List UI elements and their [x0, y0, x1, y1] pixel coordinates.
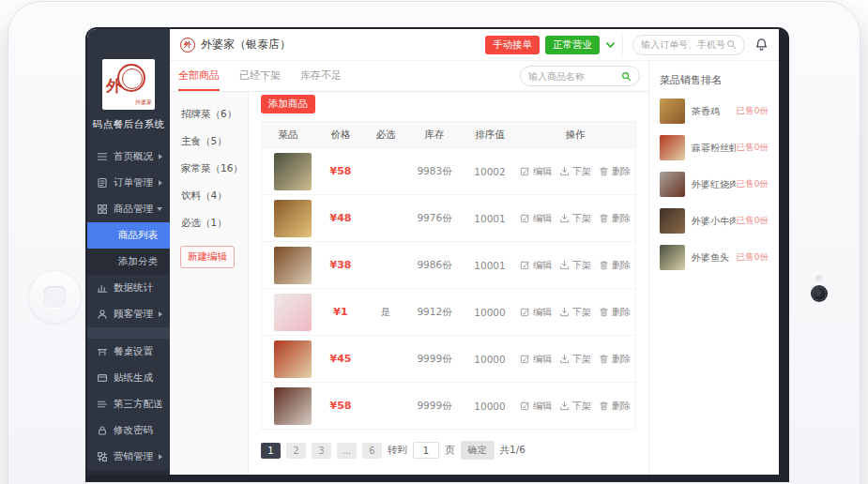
column-header: 操作 — [515, 129, 635, 142]
edit-icon — [520, 354, 531, 365]
sidebar-item-orders[interactable]: 订单管理 — [87, 170, 170, 196]
sidebar-item-add-category[interactable]: 添加分类 — [87, 249, 170, 275]
add-product-button[interactable]: 添加商品 — [261, 95, 315, 113]
edit-button[interactable]: 编辑 — [520, 353, 552, 366]
tab-2[interactable]: 库存不足 — [300, 61, 342, 91]
action-label: 下架 — [572, 212, 591, 225]
confirm-button[interactable]: 确定 — [461, 441, 495, 460]
edit-button[interactable]: 编辑 — [520, 400, 552, 413]
sidebar-item-tables[interactable]: 餐桌设置 — [87, 339, 170, 365]
action-label: 编辑 — [533, 165, 552, 178]
ranking-item: 外婆鱼头已售0份 — [660, 245, 769, 270]
ranking-dish-photo — [660, 172, 685, 197]
tabs-list: 全部商品已经下架库存不足 — [178, 61, 361, 91]
sidebar-item-goods[interactable]: 商品管理 — [87, 196, 170, 222]
page-button-6[interactable]: 6 — [362, 443, 382, 459]
dish-photo — [274, 153, 312, 190]
store-logo-icon: 外 — [180, 38, 195, 53]
category-item[interactable]: 必选（1） — [170, 209, 248, 236]
stats-icon — [97, 282, 108, 294]
dish-stock: 9912份 — [404, 306, 464, 319]
search-icon[interactable] — [726, 36, 737, 53]
category-item[interactable]: 饮料（4） — [170, 182, 248, 209]
category-item[interactable]: 招牌菜（6） — [170, 100, 248, 128]
app-window: 外 外婆家 码点餐后台系统 首页概况订单管理商品管理商品列表添加分类数据统计顾客… — [87, 29, 779, 475]
sidebar-item-goods-list[interactable]: 商品列表 — [87, 222, 170, 249]
ranking-list: 茶香鸡已售0份蒜蓉粉丝虾已售0份外婆红烧肉已售0份外婆小牛肉已售0份外婆鱼头已售… — [660, 98, 769, 270]
screen: 外 外婆家 码点餐后台系统 首页概况订单管理商品管理商品列表添加分类数据统计顾客… — [85, 27, 789, 482]
off-shelf-button[interactable]: 下架 — [559, 353, 591, 366]
sidebar-item-label: 餐桌设置 — [114, 345, 162, 358]
dish-stock: 9976份 — [404, 212, 464, 225]
offshelf-icon — [559, 354, 571, 365]
off-shelf-button[interactable]: 下架 — [559, 306, 591, 319]
dish-sort-value: 10001 — [464, 260, 515, 271]
delete-button[interactable]: 删除 — [599, 165, 631, 178]
delete-button[interactable]: 删除 — [599, 259, 631, 272]
dish-stock: 9999份 — [404, 400, 464, 413]
sidebar: 外 外婆家 码点餐后台系统 首页概况订单管理商品管理商品列表添加分类数据统计顾客… — [87, 29, 170, 475]
edit-icon — [520, 307, 531, 318]
sidebar-item-stickers[interactable]: 贴纸生成 — [87, 365, 170, 391]
store-name: 外婆家（银泰店） — [201, 37, 291, 53]
page-summary: 共1/6 — [500, 444, 525, 457]
home-button[interactable] — [28, 270, 82, 324]
offshelf-icon — [559, 260, 571, 271]
offshelf-icon — [559, 166, 571, 177]
page-button-1[interactable]: 1 — [261, 443, 281, 459]
business-status-button[interactable]: 正常营业 — [545, 36, 600, 54]
ranking-dish-photo — [660, 98, 685, 124]
delete-icon — [599, 166, 610, 177]
delete-button[interactable]: 删除 — [599, 400, 631, 413]
bell-icon[interactable] — [754, 38, 769, 52]
order-search-input[interactable] — [641, 39, 726, 50]
sidebar-item-customers[interactable]: 顾客管理 — [87, 301, 170, 327]
edit-button[interactable]: 编辑 — [520, 259, 552, 272]
sidebar-item-home[interactable]: 首页概况 — [87, 144, 170, 170]
edit-button[interactable]: 编辑 — [520, 306, 552, 319]
orders-icon — [97, 177, 108, 189]
off-shelf-button[interactable]: 下架 — [559, 165, 591, 178]
sidebar-item-password[interactable]: 修改密码 — [87, 417, 170, 444]
category-panel: 招牌菜（6）主食（5）家常菜（16）饮料（4）必选（1） 新建编辑 — [170, 92, 249, 475]
sidebar-item-delivery[interactable]: 第三方配送 — [87, 391, 170, 417]
category-item[interactable]: 主食（5） — [170, 128, 248, 155]
off-shelf-button[interactable]: 下架 — [559, 212, 591, 225]
order-search — [632, 35, 745, 55]
page-button-2[interactable]: 2 — [286, 443, 306, 459]
ranking-title: 菜品销售排名 — [660, 73, 769, 87]
action-label: 下架 — [572, 400, 591, 413]
chevron-down-icon[interactable] — [605, 41, 616, 49]
goto-page-input[interactable] — [413, 442, 439, 459]
off-shelf-button[interactable]: 下架 — [559, 400, 591, 413]
edit-button[interactable]: 编辑 — [520, 212, 552, 225]
page-ellipsis-button[interactable]: ... — [337, 443, 357, 459]
ranking-dish-photo — [660, 135, 685, 160]
logo-brand-name: 外婆家 — [135, 98, 152, 107]
tab-0[interactable]: 全部商品 — [178, 61, 220, 91]
sidebar-group-divider — [87, 327, 170, 339]
page-button-3[interactable]: 3 — [312, 443, 331, 459]
action-label: 删除 — [612, 306, 631, 319]
manual-order-button[interactable]: 手动接单 — [485, 36, 540, 54]
dish-photo — [274, 200, 312, 237]
off-shelf-button[interactable]: 下架 — [559, 259, 591, 272]
dish-photo — [274, 247, 312, 284]
sidebar-item-marketing[interactable]: 营销管理 — [87, 444, 170, 470]
edit-button[interactable]: 编辑 — [520, 165, 552, 178]
new-edit-button[interactable]: 新建编辑 — [180, 246, 235, 268]
product-search-icon[interactable] — [621, 68, 632, 85]
ranking-dish-name: 外婆红烧肉 — [692, 178, 736, 191]
delete-button[interactable]: 删除 — [599, 306, 631, 319]
ranking-item: 外婆红烧肉已售0份 — [660, 172, 769, 197]
sidebar-item-label: 首页概况 — [114, 150, 159, 163]
product-tabs: 全部商品已经下架库存不足 — [170, 61, 648, 92]
camera-icon — [813, 287, 826, 300]
tab-1[interactable]: 已经下架 — [239, 61, 281, 91]
category-item[interactable]: 家常菜（16） — [170, 155, 248, 182]
ranking-sold-badge: 已售0份 — [736, 105, 769, 117]
delete-button[interactable]: 删除 — [599, 212, 631, 225]
delete-button[interactable]: 删除 — [599, 353, 631, 366]
product-search-input[interactable] — [528, 71, 621, 82]
sidebar-item-stats[interactable]: 数据统计 — [87, 275, 170, 301]
